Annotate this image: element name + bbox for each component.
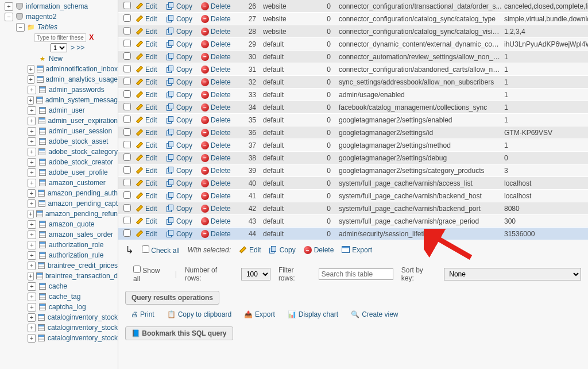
export-button[interactable]: Export xyxy=(244,310,275,318)
expand-icon[interactable]: + xyxy=(28,96,34,105)
delete-link[interactable]: Delete xyxy=(201,205,238,213)
delete-link[interactable]: Delete xyxy=(201,154,238,162)
edit-link[interactable]: Edit xyxy=(136,15,167,23)
table-row[interactable]: EditCopyDelete38default0googletagmanager… xyxy=(118,152,588,164)
expand-icon[interactable]: + xyxy=(28,251,36,260)
row-checkbox[interactable] xyxy=(123,52,131,60)
check-all-checkbox[interactable] xyxy=(142,245,149,253)
table-label[interactable]: amazon_customer xyxy=(49,179,106,187)
bulk-edit-button[interactable]: Edit xyxy=(239,246,261,254)
table-row[interactable]: EditCopyDelete40default0system/full_page… xyxy=(118,177,588,190)
expand-icon[interactable]: + xyxy=(28,117,36,125)
table-item[interactable]: +admin_analytics_usage xyxy=(3,74,118,84)
table-label[interactable]: authorization_role xyxy=(49,241,103,249)
table-row[interactable]: EditCopyDelete33default0admin/usage/enab… xyxy=(118,89,588,101)
expand-icon[interactable]: + xyxy=(28,106,36,115)
expand-icon[interactable]: + xyxy=(28,293,36,301)
table-row[interactable]: EditCopyDelete27website0connector_config… xyxy=(118,13,588,25)
delete-link[interactable]: Delete xyxy=(201,78,238,86)
row-checkbox[interactable] xyxy=(123,65,131,72)
table-label[interactable]: admin_system_messag xyxy=(45,96,118,104)
table-label[interactable]: cataloginventory_stock xyxy=(48,324,118,332)
edit-link[interactable]: Edit xyxy=(136,192,167,200)
copy-link[interactable]: Copy xyxy=(167,53,201,61)
table-row[interactable]: EditCopyDelete26website0connector_config… xyxy=(118,0,588,13)
table-label[interactable]: cataloginventory_stock xyxy=(48,313,118,321)
row-checkbox[interactable] xyxy=(123,78,131,85)
page-select[interactable]: 1 xyxy=(51,43,67,52)
table-row[interactable]: EditCopyDelete42default0system/full_page… xyxy=(118,202,588,215)
expand-icon[interactable]: + xyxy=(28,303,36,312)
table-item[interactable]: +cataloginventory_stock xyxy=(3,312,118,322)
table-item[interactable]: +admin_user_session xyxy=(3,126,118,136)
copy-link[interactable]: Copy xyxy=(167,15,201,23)
copy-link[interactable]: Copy xyxy=(167,179,201,187)
table-label[interactable]: adobe_stock_asset xyxy=(49,137,108,145)
expand-icon[interactable]: + xyxy=(28,220,36,229)
table-row[interactable]: EditCopyDelete37default0googletagmanager… xyxy=(118,139,588,152)
sort-by-key-select[interactable]: None xyxy=(444,268,581,280)
delete-link[interactable]: Delete xyxy=(201,15,238,23)
delete-link[interactable]: Delete xyxy=(201,91,238,99)
edit-link[interactable]: Edit xyxy=(136,154,167,162)
table-item[interactable]: +cache xyxy=(3,281,118,291)
edit-link[interactable]: Edit xyxy=(136,217,167,225)
table-item[interactable]: +amazon_sales_order xyxy=(3,229,118,240)
new-table[interactable]: New xyxy=(3,53,118,64)
copy-link[interactable]: Copy xyxy=(167,91,201,99)
table-label[interactable]: cataloginventory_stock xyxy=(48,334,118,342)
table-filter-input[interactable] xyxy=(34,33,86,42)
edit-link[interactable]: Edit xyxy=(136,116,167,124)
copy-link[interactable]: Copy xyxy=(167,78,201,86)
print-button[interactable]: Print xyxy=(131,310,154,318)
table-item[interactable]: +adobe_user_profile xyxy=(3,167,118,178)
row-checkbox[interactable] xyxy=(123,40,131,47)
table-row[interactable]: EditCopyDelete30default0connector_automa… xyxy=(118,51,588,63)
next-page-link[interactable]: > >> xyxy=(71,44,84,52)
edit-link[interactable]: Edit xyxy=(136,167,167,175)
delete-link[interactable]: Delete xyxy=(201,116,238,124)
copy-link[interactable]: Copy xyxy=(167,103,201,112)
delete-link[interactable]: Delete xyxy=(201,2,238,10)
table-item[interactable]: +amazon_pending_refun xyxy=(3,209,118,219)
delete-link[interactable]: Delete xyxy=(201,141,238,149)
bulk-export-button[interactable]: Export xyxy=(342,246,372,255)
row-checkbox[interactable] xyxy=(123,14,131,22)
collapse-icon[interactable]: − xyxy=(5,13,13,21)
table-item[interactable]: +adobe_stock_creator xyxy=(3,157,118,167)
expand-icon[interactable]: + xyxy=(28,189,36,198)
db-information-schema[interactable]: + information_schema xyxy=(3,1,118,11)
expand-icon[interactable]: + xyxy=(28,241,36,249)
edit-link[interactable]: Edit xyxy=(136,91,167,99)
expand-icon[interactable]: + xyxy=(28,199,36,208)
expand-icon[interactable]: + xyxy=(28,65,34,74)
expand-icon[interactable]: + xyxy=(28,86,36,94)
expand-icon[interactable]: + xyxy=(28,230,36,239)
table-item[interactable]: +adobe_stock_category xyxy=(3,147,118,157)
copy-link[interactable]: Copy xyxy=(167,230,201,238)
expand-icon[interactable]: + xyxy=(28,179,36,187)
expand-icon[interactable]: + xyxy=(28,272,34,280)
tables-node[interactable]: − Tables xyxy=(3,22,118,32)
table-item[interactable]: +amazon_customer xyxy=(3,178,118,188)
table-label[interactable]: authorization_rule xyxy=(49,251,103,259)
table-row[interactable]: EditCopyDelete36default0googletagmanager… xyxy=(118,126,588,139)
table-row[interactable]: EditCopyDelete32default0sync_settings/ad… xyxy=(118,76,588,89)
expand-icon[interactable]: + xyxy=(5,2,13,11)
display-chart-button[interactable]: Display chart xyxy=(288,310,338,318)
edit-link[interactable]: Edit xyxy=(136,40,167,48)
delete-link[interactable]: Delete xyxy=(201,53,238,61)
table-item[interactable]: +authorization_role xyxy=(3,240,118,250)
filter-rows-input[interactable] xyxy=(319,268,393,280)
copy-link[interactable]: Copy xyxy=(167,66,201,74)
table-label[interactable]: admin_user_expiration xyxy=(48,117,118,125)
expand-icon[interactable]: + xyxy=(28,127,36,136)
row-checkbox[interactable] xyxy=(123,204,131,212)
table-row[interactable]: EditCopyDelete35default0googletagmanager… xyxy=(118,114,588,126)
expand-icon[interactable]: + xyxy=(28,210,34,218)
table-item[interactable]: +braintree_credit_prices xyxy=(3,260,118,271)
table-label[interactable]: adobe_user_profile xyxy=(49,168,108,176)
create-view-button[interactable]: Create view xyxy=(351,310,398,318)
copy-link[interactable]: Copy xyxy=(167,2,201,10)
row-checkbox[interactable] xyxy=(123,128,131,136)
